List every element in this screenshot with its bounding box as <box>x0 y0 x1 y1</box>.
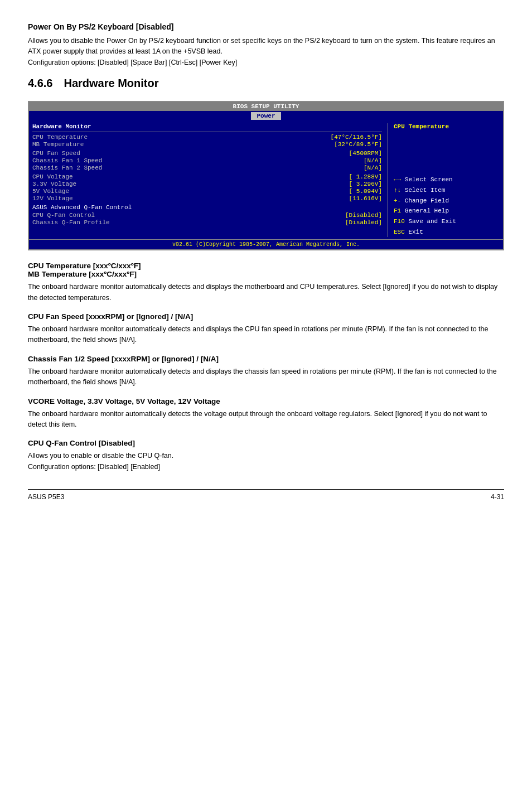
bios-12v-row: 12V Voltage [11.616V] <box>32 195 382 202</box>
bios-chassis-qfan-row: Chassis Q-Fan Profile [Disabled] <box>32 219 382 226</box>
page-footer: ASUS P5E3 4-31 <box>28 489 504 501</box>
chassis-qfan-value: [Disabled] <box>345 219 382 226</box>
bios-footer: v02.61 (C)Copyright 1985-2007, American … <box>29 239 503 249</box>
chassis-fan-body: The onboard hardware monitor automatical… <box>28 366 504 388</box>
top-body: Allows you to disable the Power On by PS… <box>28 36 504 68</box>
bios-title-bar: BIOS SETUP UTILITY <box>29 102 503 111</box>
cpu-qfan-title: CPU Q-Fan Control [Disabled] <box>28 439 504 447</box>
bios-left-panel: Hardware Monitor CPU Temperature [47°C/1… <box>32 123 388 237</box>
footer-right: 4-31 <box>491 493 504 501</box>
bios-fan-group: CPU Fan Speed [4500RPM] Chassis Fan 1 Sp… <box>32 150 382 171</box>
cpu-fan-value: [4500RPM] <box>349 150 382 157</box>
bios-chassis-fan2-row: Chassis Fan 2 Speed [N/A] <box>32 165 382 171</box>
bios-left-title: Hardware Monitor <box>32 123 382 130</box>
chassis-qfan-label: Chassis Q-Fan Profile <box>32 219 110 226</box>
bios-5v-row: 5V Voltage [ 5.094V] <box>32 188 382 195</box>
cpu-temp-value: [47°C/116.5°F] <box>331 134 382 141</box>
5v-value: [ 5.094V] <box>349 188 382 195</box>
chassis-fan-title: Chassis Fan 1/2 Speed [xxxxRPM] or [Igno… <box>28 355 504 363</box>
help-key-save-exit: F10 Save and Exit <box>394 216 500 227</box>
cpu-qfan-subsection: CPU Q-Fan Control [Disabled] Allows you … <box>28 439 504 472</box>
bios-right-title: CPU Temperature <box>394 123 500 130</box>
cpu-voltage-label: CPU Voltage <box>32 173 73 180</box>
bios-qfan-group: CPU Q-Fan Control [Disabled] Chassis Q-F… <box>32 212 382 226</box>
cpu-qfan-body: Allows you to enable or disable the CPU … <box>28 451 504 472</box>
top-title: Power On By PS/2 Keyboard [Disabled] <box>28 22 504 31</box>
chassis-fan1-value: [N/A] <box>364 157 382 164</box>
bios-temp-group: CPU Temperature [47°C/116.5°F] MB Temper… <box>32 134 382 148</box>
bios-tab-bar: Power <box>29 111 503 121</box>
bios-cpu-qfan-row: CPU Q-Fan Control [Disabled] <box>32 212 382 219</box>
cpu-qfan-label: CPU Q-Fan Control <box>32 212 95 219</box>
12v-value: [11.616V] <box>349 195 382 202</box>
voltage-subsection: VCORE Voltage, 3.3V Voltage, 5V Voltage,… <box>28 397 504 431</box>
cpu-temp-body: The onboard hardware monitor automatical… <box>28 282 504 303</box>
chassis-fan2-label: Chassis Fan 2 Speed <box>32 165 102 171</box>
cpu-fan-subsection: CPU Fan Speed [xxxxRPM] or [Ignored] / [… <box>28 312 504 346</box>
bios-content: Hardware Monitor CPU Temperature [47°C/1… <box>29 121 503 239</box>
help-key-esc: ESC Exit <box>394 227 500 238</box>
12v-label: 12V Voltage <box>32 195 73 202</box>
bios-tab-power: Power <box>251 112 280 120</box>
bios-cpu-fan-row: CPU Fan Speed [4500RPM] <box>32 150 382 157</box>
cpu-temp-label: CPU Temperature <box>32 134 88 141</box>
voltage-body: The onboard hardware monitor automatical… <box>28 409 504 431</box>
help-key-select-item: ↑↓ Select Item <box>394 185 500 196</box>
bios-3v3-row: 3.3V Voltage [ 3.296V] <box>32 181 382 187</box>
bios-help-keys: ←→ Select Screen ↑↓ Select Item +- Chang… <box>394 175 500 237</box>
section-number: 4.6.6 <box>28 77 52 90</box>
5v-label: 5V Voltage <box>32 188 69 195</box>
bios-advanced-label: ASUS Advanced Q-Fan Control <box>32 204 382 211</box>
help-key-general-help: F1 General Help <box>394 206 500 216</box>
chassis-fan1-label: Chassis Fan 1 Speed <box>32 157 102 164</box>
bios-divider-1 <box>32 132 382 132</box>
mb-temp-value: [32°C/89.5°F] <box>334 141 382 148</box>
help-key-select-screen: ←→ Select Screen <box>394 175 500 185</box>
bios-right-panel: CPU Temperature ←→ Select Screen ↑↓ Sele… <box>388 123 500 237</box>
bios-cpu-voltage-row: CPU Voltage [ 1.288V] <box>32 173 382 180</box>
bios-cpu-temp-row: CPU Temperature [47°C/116.5°F] <box>32 134 382 141</box>
subsections: CPU Temperature [xxxºC/xxxºF]MB Temperat… <box>28 262 504 472</box>
cpu-fan-title: CPU Fan Speed [xxxxRPM] or [Ignored] / [… <box>28 312 504 321</box>
cpu-temp-title: CPU Temperature [xxxºC/xxxºF]MB Temperat… <box>28 262 504 278</box>
bios-mb-temp-row: MB Temperature [32°C/89.5°F] <box>32 141 382 148</box>
3v3-label: 3.3V Voltage <box>32 181 76 187</box>
cpu-voltage-value: [ 1.288V] <box>349 173 382 180</box>
chassis-fan2-value: [N/A] <box>364 165 382 171</box>
cpu-fan-label: CPU Fan Speed <box>32 150 80 157</box>
bios-voltage-group: CPU Voltage [ 1.288V] 3.3V Voltage [ 3.2… <box>32 173 382 202</box>
cpu-temp-subsection: CPU Temperature [xxxºC/xxxºF]MB Temperat… <box>28 262 504 303</box>
voltage-title: VCORE Voltage, 3.3V Voltage, 5V Voltage,… <box>28 397 504 405</box>
section-heading: Hardware Monitor <box>64 77 158 90</box>
footer-left: ASUS P5E3 <box>28 493 64 501</box>
cpu-fan-body: The onboard hardware monitor automatical… <box>28 324 504 346</box>
help-key-change-field: +- Change Field <box>394 196 500 206</box>
top-section: Power On By PS/2 Keyboard [Disabled] All… <box>28 22 504 68</box>
mb-temp-label: MB Temperature <box>32 141 84 148</box>
chassis-fan-subsection: Chassis Fan 1/2 Speed [xxxxRPM] or [Igno… <box>28 355 504 388</box>
cpu-qfan-value: [Disabled] <box>345 212 382 219</box>
bios-chassis-fan1-row: Chassis Fan 1 Speed [N/A] <box>32 157 382 164</box>
bios-screen: BIOS SETUP UTILITY Power Hardware Monito… <box>28 101 504 250</box>
hardware-monitor-section: 4.6.6 Hardware Monitor BIOS SETUP UTILIT… <box>28 77 504 250</box>
3v3-value: [ 3.296V] <box>349 181 382 187</box>
